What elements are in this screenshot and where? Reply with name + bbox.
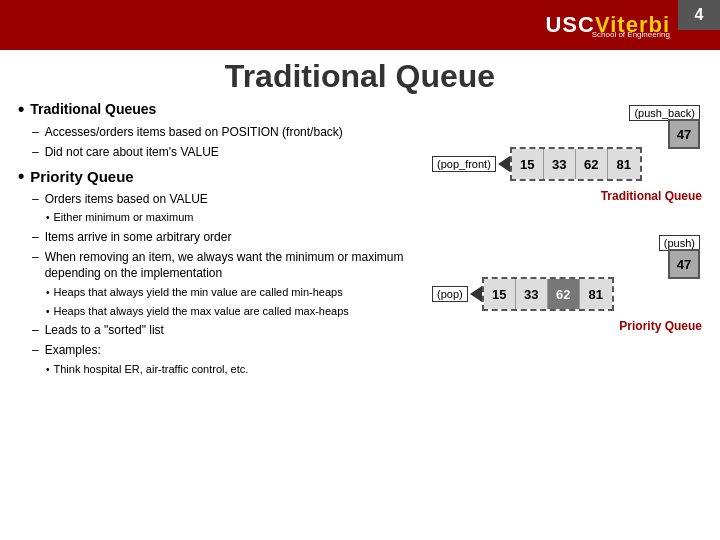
bullet-traditional-queues: • Traditional Queues xyxy=(18,101,422,120)
left-column: • Traditional Queues – Accesses/orders i… xyxy=(18,101,422,532)
sub-sub-min-max: • Either minimum or maximum xyxy=(18,210,422,225)
sub-bullet-sorted-text: Leads to a "sorted" list xyxy=(45,322,164,339)
sub-bullet-order-value-text: Orders items based on VALUE xyxy=(45,191,208,208)
sub-bullet-examples-text: Examples: xyxy=(45,342,101,359)
sub-bullet-position: – Accesses/orders items based on POSITIO… xyxy=(18,124,422,141)
bullet-circle-3: • xyxy=(46,305,50,319)
school-text: School of Engineering xyxy=(592,30,670,39)
pq-label: Priority Queue xyxy=(432,319,702,333)
push-cell-value: 47 xyxy=(668,119,700,149)
sub-bullet-order-value: – Orders items based on VALUE xyxy=(18,191,422,208)
pop-arrow-pq xyxy=(470,286,482,302)
sub-sub-min-heaps: • Heaps that always yield the min value … xyxy=(18,285,422,300)
sub-bullet-arbitrary-text: Items arrive in some arbitrary order xyxy=(45,229,232,246)
dash-7: – xyxy=(32,342,39,359)
traditional-queue-diagram: (push_back) 47 (pop_front) 15 xyxy=(432,105,702,203)
sub-sub-min-heaps-text: Heaps that always yield the min value ar… xyxy=(54,285,343,300)
sub-sub-hospital-text: Think hospital ER, air-traffic control, … xyxy=(54,362,249,377)
sub-bullet-examples: – Examples: xyxy=(18,342,422,359)
trad-queue-row: (pop_front) 15 33 62 81 xyxy=(432,147,702,181)
pq-row: (pop) 15 33 62 81 xyxy=(432,277,702,311)
push-cell-pq: 47 xyxy=(668,249,700,279)
push-cell-pq-value: 47 xyxy=(668,249,700,279)
sub-bullet-removing: – When removing an item, we always want … xyxy=(18,249,422,283)
push-back-label: (push_back) xyxy=(629,105,700,120)
sub-bullet-removing-text: When removing an item, we always want th… xyxy=(45,249,422,283)
bullet-circle-2: • xyxy=(46,286,50,300)
sub-sub-min-max-text: Either minimum or maximum xyxy=(54,210,194,225)
sub-bullet-sorted: – Leads to a "sorted" list xyxy=(18,322,422,339)
pop-front-group: (pop_front) xyxy=(432,156,510,172)
trad-cell-0: 15 xyxy=(512,149,544,179)
priority-queue-diagram: (push) 47 (pop) 15 33 xyxy=(432,219,702,333)
usc-text: USC xyxy=(545,12,594,37)
sub-bullet-position-text: Accesses/orders items based on POSITION … xyxy=(45,124,343,141)
dash-2: – xyxy=(32,144,39,161)
bullet-priority-queue: • Priority Queue xyxy=(18,168,422,187)
bullet-dot-1: • xyxy=(18,99,24,120)
dash-3: – xyxy=(32,191,39,208)
sub-bullet-value: – Did not care about item's VALUE xyxy=(18,144,422,161)
dash-4: – xyxy=(32,229,39,246)
slide-title: Traditional Queue xyxy=(18,58,702,95)
push-label-pq: (push) xyxy=(659,235,700,250)
dash-5: – xyxy=(32,249,39,266)
page-number: 4 xyxy=(678,0,720,30)
pq-cell-1: 33 xyxy=(516,279,548,309)
priority-queue-label: Priority Queue xyxy=(30,168,133,185)
pq-cells: 15 33 62 81 xyxy=(482,277,614,311)
pop-front-arrow xyxy=(498,156,510,172)
sub-sub-max-heaps-text: Heaps that always yield the max value ar… xyxy=(54,304,349,319)
trad-cell-1: 33 xyxy=(544,149,576,179)
pop-label-pq: (pop) xyxy=(432,286,468,302)
dash-6: – xyxy=(32,322,39,339)
trad-queue-label: Traditional Queue xyxy=(432,189,702,203)
sub-bullet-arbitrary: – Items arrive in some arbitrary order xyxy=(18,229,422,246)
sub-bullet-value-text: Did not care about item's VALUE xyxy=(45,144,219,161)
pop-front-label: (pop_front) xyxy=(432,156,496,172)
top-bar: USCViterbi School of Engineering xyxy=(0,0,720,50)
pq-cell-0: 15 xyxy=(484,279,516,309)
traditional-queues-label: Traditional Queues xyxy=(30,101,156,117)
bullet-circle-4: • xyxy=(46,363,50,377)
sub-sub-max-heaps: • Heaps that always yield the max value … xyxy=(18,304,422,319)
bullet-dot-2: • xyxy=(18,166,24,187)
right-column: (push_back) 47 (pop_front) 15 xyxy=(432,101,702,532)
pq-cell-3: 81 xyxy=(580,279,612,309)
push-back-cell: 47 xyxy=(668,119,700,149)
trad-queue-cells: 15 33 62 81 xyxy=(510,147,642,181)
content-area: Traditional Queue • Traditional Queues –… xyxy=(0,50,720,540)
pop-group-pq: (pop) xyxy=(432,286,482,302)
trad-cell-3: 81 xyxy=(608,149,640,179)
trad-cell-2: 62 xyxy=(576,149,608,179)
main-body: • Traditional Queues – Accesses/orders i… xyxy=(18,101,702,532)
dash-1: – xyxy=(32,124,39,141)
bullet-circle-1: • xyxy=(46,211,50,225)
sub-sub-hospital: • Think hospital ER, air-traffic control… xyxy=(18,362,422,377)
pq-cell-2: 62 xyxy=(548,279,580,309)
